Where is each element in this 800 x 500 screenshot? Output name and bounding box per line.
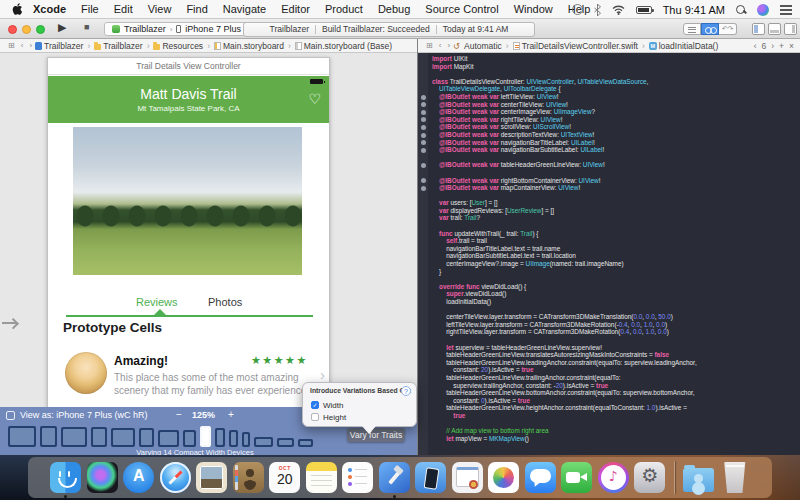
reviewer-avatar[interactable] — [65, 352, 107, 394]
help-button[interactable]: ? — [401, 386, 411, 396]
popover-option-height[interactable]: Height — [311, 411, 346, 423]
simulator-dock-icon[interactable] — [415, 462, 446, 493]
tab-reviews[interactable]: Reviews — [136, 296, 178, 308]
wifi-icon[interactable] — [612, 5, 625, 15]
menu-editor[interactable]: Editor — [281, 3, 310, 15]
window-badge-dock-icon[interactable] — [452, 462, 483, 493]
photos-dock-icon[interactable] — [488, 462, 519, 493]
menu-find[interactable]: Find — [186, 3, 207, 15]
iphone-landscape-icon[interactable] — [254, 437, 273, 447]
back-icon[interactable]: ‹ — [21, 41, 24, 50]
related-items-icon[interactable]: ⊞ — [8, 41, 15, 50]
review-title[interactable]: Amazing! — [114, 354, 168, 368]
navigator-panel-button[interactable] — [752, 23, 765, 35]
menu-product[interactable]: Product — [325, 3, 363, 15]
outlet-connection-dot[interactable] — [421, 125, 426, 130]
view-as-label[interactable]: View as: iPhone 7 Plus (wC hR) — [20, 410, 147, 420]
storyboard-canvas[interactable]: Trail Details View Controller Matt Davis… — [0, 53, 417, 407]
outlet-connection-dot[interactable] — [421, 186, 426, 191]
contacts-dock-icon[interactable] — [233, 462, 264, 493]
iphone-portrait-icon[interactable] — [229, 430, 238, 447]
menu-debug[interactable]: Debug — [378, 3, 410, 15]
ipad-landscape-icon[interactable] — [8, 426, 36, 447]
version-editor-button[interactable]: ↶↷ — [719, 23, 737, 35]
zoom-out-button[interactable]: − — [176, 409, 182, 420]
ipad-landscape-icon[interactable] — [61, 427, 87, 447]
view-controller-title[interactable]: Trail Details View Controller — [48, 58, 329, 75]
outlet-connection-dot[interactable] — [421, 178, 426, 183]
breadcrumb-item[interactable]: MloadInitialData() — [649, 41, 719, 51]
favorite-heart-icon[interactable]: ♡ — [308, 91, 321, 107]
counterpart-prev-icon[interactable]: ‹ — [754, 41, 757, 51]
outlet-connection-dot[interactable] — [421, 110, 426, 115]
ipad-portrait-icon[interactable] — [40, 426, 57, 447]
xcode-dock-icon[interactable] — [379, 462, 410, 493]
outlet-connection-dot[interactable] — [421, 102, 426, 107]
debug-area-button[interactable] — [768, 23, 781, 35]
ipad-portrait-icon[interactable] — [91, 427, 107, 447]
assistant-editor-button[interactable] — [701, 23, 719, 35]
iphone-landscape-icon[interactable] — [277, 438, 294, 447]
menu-navigate[interactable]: Navigate — [223, 3, 266, 15]
breadcrumb-item[interactable]: TrailDetailsViewController.swift — [513, 41, 638, 51]
safari-dock-icon[interactable] — [160, 462, 191, 493]
ipad-landscape-icon[interactable] — [111, 428, 135, 447]
zoom-in-button[interactable]: + — [228, 409, 234, 420]
initial-view-controller-arrow[interactable] — [2, 322, 17, 324]
calendar-dock-icon[interactable]: OCT20 — [269, 462, 300, 493]
menu-file[interactable]: File — [81, 3, 99, 15]
menu-xcode[interactable]: Xcode — [33, 3, 66, 15]
iphone-portrait-selected-icon[interactable] — [200, 426, 211, 447]
menu-edit[interactable]: Edit — [114, 3, 133, 15]
outlet-connection-dot[interactable] — [421, 163, 426, 168]
iphone-landscape-icon[interactable] — [298, 439, 313, 447]
system-preferences-dock-icon[interactable] — [634, 462, 665, 493]
close-assistant-icon[interactable]: × — [789, 41, 794, 51]
menu-clock[interactable]: Thu 9:41 AM — [663, 4, 725, 16]
popover-option-width[interactable]: ✓Width — [311, 399, 346, 411]
trash-dock-icon[interactable] — [723, 462, 747, 493]
vary-for-traits-button[interactable]: Vary for Traits — [347, 428, 405, 442]
app-store-dock-icon[interactable] — [123, 462, 154, 493]
breadcrumb-item[interactable]: Resources — [153, 41, 203, 51]
iphone-portrait-icon[interactable] — [242, 432, 250, 447]
bluetooth-icon[interactable] — [594, 4, 601, 16]
spotlight-icon[interactable] — [736, 5, 746, 15]
navigation-bar[interactable]: Matt Davis Trail Mt Tamalpais State Park… — [48, 76, 329, 123]
add-assistant-icon[interactable]: + — [779, 41, 784, 51]
breadcrumb-item[interactable]: Main.storyboard — [214, 41, 284, 51]
review-body[interactable]: This place has some of the most amazing … — [114, 371, 318, 397]
window-minimize-button[interactable] — [22, 25, 31, 34]
notes-dock-icon[interactable] — [306, 462, 337, 493]
menu-view[interactable]: View — [148, 3, 172, 15]
ipad-portrait-icon[interactable] — [183, 430, 196, 447]
counterpart-next-icon[interactable]: › — [771, 41, 774, 51]
disclosure-chevron-icon[interactable]: › — [320, 366, 325, 383]
mail-dock-icon[interactable] — [196, 462, 227, 493]
outlet-connection-dot[interactable] — [421, 133, 426, 138]
notification-center-icon[interactable] — [780, 5, 792, 15]
outlet-connection-dot[interactable] — [421, 95, 426, 100]
outlet-connection-dot[interactable] — [421, 140, 426, 145]
unchecked-checkbox[interactable] — [311, 413, 319, 421]
scheme-selector[interactable]: Trailblazer › iPhone 7 Plus — [104, 22, 249, 36]
menu-source-control[interactable]: Source Control — [425, 3, 498, 15]
trail-name-label[interactable]: Matt Davis Trail — [48, 86, 329, 102]
window-zoom-button[interactable] — [36, 25, 45, 34]
forward-icon[interactable]: › — [447, 41, 450, 50]
finder-dock-icon[interactable] — [50, 462, 81, 493]
ipad-landscape-icon[interactable] — [158, 430, 179, 447]
stop-button[interactable]: ■ — [84, 22, 89, 32]
outlet-connection-dot[interactable] — [421, 117, 426, 122]
facetime-dock-icon[interactable] — [561, 462, 592, 493]
outlet-connection-dot[interactable] — [421, 148, 426, 153]
trail-location-label[interactable]: Mt Tamalpais State Park, CA — [48, 104, 329, 113]
breadcrumb-item[interactable]: Trailblazer — [94, 41, 142, 51]
battery-icon[interactable] — [636, 6, 652, 14]
checked-checkbox[interactable]: ✓ — [311, 401, 319, 409]
breadcrumb-item[interactable]: Trailblazer — [35, 41, 83, 51]
tab-photos[interactable]: Photos — [208, 296, 242, 308]
back-icon[interactable]: ‹ — [439, 41, 442, 50]
iphone-portrait-icon[interactable] — [215, 428, 225, 447]
trail-details-view-controller[interactable]: Trail Details View Controller Matt Davis… — [47, 57, 330, 407]
